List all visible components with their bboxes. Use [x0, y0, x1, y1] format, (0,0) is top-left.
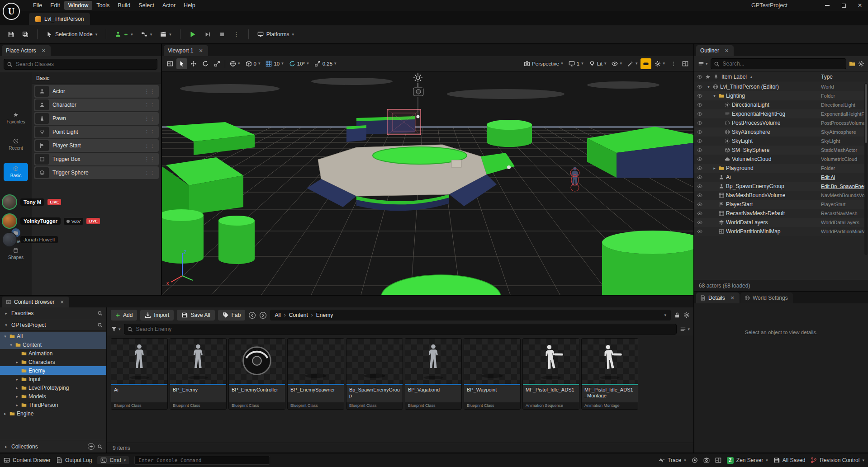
menu-item-select[interactable]: Select — [134, 1, 158, 10]
visibility-eye-icon[interactable] — [697, 211, 704, 216]
screen-percentage-dropdown[interactable]: 1▾ — [566, 58, 586, 69]
outliner-row[interactable]: NavMeshBoundsVolumeNavMeshBoundsVolume — [694, 191, 868, 200]
add-button[interactable]: Add — [111, 310, 137, 321]
world-settings-tab[interactable]: World Settings — [740, 292, 793, 303]
outliner-search-input[interactable] — [711, 58, 846, 69]
folder-tree-item-input[interactable]: ▸Input — [0, 375, 106, 383]
visibility-eye-icon[interactable] — [697, 156, 704, 162]
project-section-header[interactable]: ▾ GPTestProject — [0, 319, 106, 331]
visibility-eye-icon[interactable] — [697, 202, 704, 207]
viewport-scene[interactable]: Z x — [162, 71, 693, 295]
asset-card[interactable]: BP_EnemyBlueprint Class — [170, 338, 227, 410]
fab-button[interactable]: Fab — [218, 310, 246, 321]
expander-caret-icon[interactable]: ▾ — [712, 94, 717, 98]
asset-search-input[interactable] — [124, 324, 677, 335]
cmd-dropdown[interactable]: Cmd ▾ — [97, 456, 129, 464]
asset-card[interactable]: MF_Pistol_Idle_ADS1Animation Sequence — [522, 338, 579, 410]
screenshot-button[interactable] — [703, 457, 710, 463]
import-button[interactable]: Import — [140, 310, 174, 321]
outliner-row[interactable]: ▸PlaygroundFolder — [694, 164, 868, 173]
edit-blueprint-link[interactable]: Edit Bp_SpawnEnemyGroup — [821, 184, 865, 189]
unreal-logo[interactable]: U — [3, 3, 20, 20]
close-icon[interactable]: ✕ — [725, 48, 729, 54]
asset-card[interactable]: Bp_SpawnEnemyGroupBlueprint Class — [346, 338, 403, 410]
maximize-button[interactable] — [835, 0, 852, 11]
drag-handle-icon[interactable]: ⋮⋮ — [144, 89, 155, 94]
viewport-layouts-button[interactable] — [680, 58, 691, 69]
close-button[interactable]: ✕ — [852, 0, 868, 11]
asset-card[interactable]: BP_EnemySpawnerBlueprint Class — [287, 338, 344, 410]
category-basic[interactable]: Basic — [4, 163, 28, 181]
visibility-eye-icon[interactable] — [697, 147, 704, 153]
forward-button[interactable] — [259, 311, 267, 319]
close-icon[interactable]: ✕ — [730, 295, 735, 301]
add-collection-button[interactable] — [88, 443, 95, 450]
visibility-eye-icon[interactable] — [697, 138, 704, 144]
drag-handle-icon[interactable]: ⋮⋮ — [144, 143, 155, 149]
breadcrumb[interactable]: All›Content›Enemy ▾ — [270, 310, 671, 321]
viewport-maximize-button[interactable] — [165, 58, 175, 69]
folder-tree-item-characters[interactable]: ▸Characters — [0, 358, 106, 366]
menu-item-window[interactable]: Window — [64, 1, 92, 10]
details-tab[interactable]: Details ✕ — [696, 292, 740, 303]
placeable-actor-row[interactable]: Point Light⋮⋮ — [34, 126, 159, 138]
blueprints-dropdown[interactable]: ▾ — [138, 28, 156, 41]
drag-handle-icon[interactable]: ⋮⋮ — [144, 102, 155, 108]
path-history-caret[interactable]: ▾ — [664, 313, 666, 317]
minimize-button[interactable] — [819, 0, 835, 11]
category-cine[interactable]: Cine — [4, 228, 28, 244]
item-label-column-header[interactable]: Item Label — [721, 74, 747, 80]
visibility-eye-icon[interactable] — [697, 184, 704, 189]
outliner-scrollbar[interactable] — [864, 83, 868, 255]
game-view-button[interactable] — [640, 58, 651, 69]
folder-tree-item-all[interactable]: ▾All — [0, 332, 106, 340]
outliner-row[interactable]: ▾LightingFolder — [694, 91, 868, 100]
outliner-filter-dropdown[interactable]: ▾ — [698, 61, 708, 67]
place-actors-tab[interactable]: Place Actors ✕ — [2, 45, 51, 56]
new-folder-button[interactable] — [849, 61, 855, 67]
favorite-column-star-icon[interactable] — [705, 74, 711, 80]
visibility-eye-icon[interactable] — [697, 102, 704, 108]
menu-item-actor[interactable]: Actor — [158, 1, 180, 10]
placeable-actor-row[interactable]: Pawn⋮⋮ — [34, 112, 159, 125]
asset-card[interactable]: AiBlueprint Class — [111, 338, 168, 410]
drag-handle-icon[interactable]: ⋮⋮ — [144, 129, 155, 135]
trace-dropdown[interactable]: Trace ▾ — [659, 457, 686, 463]
outliner-row[interactable]: DirectionalLightDirectionalLight — [694, 100, 868, 109]
folder-tree-item-levelprototyping[interactable]: ▸LevelPrototyping — [0, 383, 106, 392]
outliner-row[interactable]: ▾Lvl_ThirdPerson (Editor)World — [694, 82, 868, 91]
frame-skip-button[interactable] — [201, 28, 214, 41]
viewport-tab[interactable]: Viewport 1 ✕ — [164, 45, 208, 56]
outliner-row[interactable]: PlayerStartPlayerStart — [694, 200, 868, 209]
save-button[interactable] — [5, 28, 17, 41]
outliner-tab[interactable]: Outliner ✕ — [696, 45, 734, 56]
content-drawer-button[interactable]: Content Drawer — [4, 457, 51, 463]
stop-button[interactable] — [216, 28, 228, 41]
content-settings-button[interactable] — [683, 312, 690, 318]
outliner-row[interactable]: WorldPartitionMiniMapWorldPartitionMiniM… — [694, 227, 868, 236]
outliner-row[interactable]: AiEdit Ai — [694, 173, 868, 182]
visibility-eye-icon[interactable] — [697, 129, 704, 135]
expander-caret-icon[interactable]: ▸ — [14, 403, 19, 407]
browse-content-button[interactable] — [19, 28, 32, 41]
visibility-eye-icon[interactable] — [697, 111, 704, 117]
filters-dropdown[interactable]: ▾ — [111, 326, 121, 332]
cinematics-dropdown[interactable]: ▾ — [157, 28, 175, 41]
breadcrumb-item[interactable]: Enemy — [316, 312, 333, 318]
drag-handle-icon[interactable]: ⋮⋮ — [144, 116, 155, 122]
search-classes-input[interactable] — [4, 59, 157, 70]
outliner-row[interactable]: WorldDataLayersWorldDataLayers — [694, 218, 868, 227]
effects-dropdown[interactable]: ▾ — [625, 58, 640, 69]
grid-snap-dropdown[interactable]: 10▾ — [263, 58, 285, 69]
category-recent[interactable]: Recent — [4, 138, 28, 151]
visibility-eye-icon[interactable] — [697, 165, 704, 171]
drag-handle-icon[interactable]: ⋮⋮ — [144, 156, 155, 162]
visibility-column-eye-icon[interactable] — [697, 74, 702, 80]
drag-handle-icon[interactable]: ⋮⋮ — [144, 170, 155, 176]
transform-space-dropdown[interactable]: ▾ — [228, 58, 242, 69]
visibility-eye-icon[interactable] — [697, 84, 704, 90]
rotate-tool-button[interactable] — [200, 58, 211, 69]
scale-snap-dropdown[interactable]: 0.25▾ — [312, 58, 339, 69]
visibility-eye-icon[interactable] — [697, 220, 704, 225]
visibility-eye-icon[interactable] — [697, 229, 704, 234]
